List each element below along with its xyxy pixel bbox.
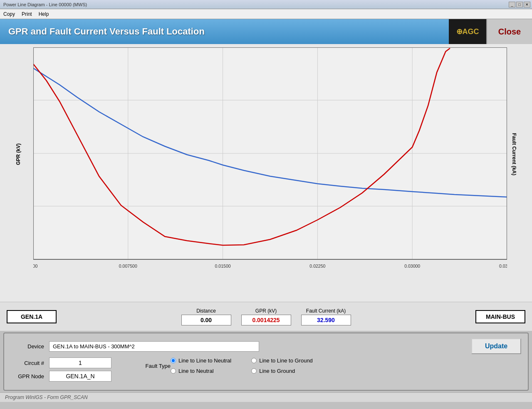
svg-text:0.02250: 0.02250 [309,264,325,269]
fault-current-value: 32.590 [301,315,351,325]
distance-value: 0.00 [181,315,231,325]
svg-text:0.01500: 0.01500 [215,264,231,269]
update-button[interactable]: Update [471,338,521,354]
info-row: GEN.1A Distance 0.00 GPR (kV) 0.0014225 … [0,302,532,331]
bottom-panel: Device Update Circuit # GPR Node Fault T… [3,333,529,391]
logo: ⊕AGC [449,19,486,44]
gpr-label: GPR (kV) [255,308,277,314]
svg-text:0.00: 0.00 [33,264,38,269]
close-button[interactable]: Close [486,19,532,44]
fault-type-options: Line to Line to Neutral Line to Neutral … [171,357,313,374]
fault-line-to-neutral[interactable]: Line to Neutral [171,368,231,374]
header: GPR and Fault Current Versus Fault Locat… [0,19,532,44]
gpr-value: 0.0014225 [241,315,291,325]
distance-col: Distance 0.00 [181,308,231,325]
fault-line-to-line-ground[interactable]: Line to Line to Ground [251,357,313,364]
device-row: Device Update [11,338,521,354]
distance-label: Distance [196,308,216,314]
status-text: Program WinIGS - Form GPR_SCAN [5,394,88,400]
menu-help[interactable]: Help [39,11,49,17]
circuit-label: Circuit # [11,360,44,366]
y-axis-right-label: Fault Current (kA) [511,133,517,175]
chart-inner: GPR (kV) Fault Current (kA) 0.0015 0.001… [33,47,507,288]
close-window-button[interactable]: ✕ [524,2,530,7]
right-node-box: MAIN-BUS [475,310,525,323]
page-title: GPR and Fault Current Versus Fault Locat… [8,26,205,37]
window-controls[interactable]: _ □ ✕ [509,2,530,7]
data-group: Distance 0.00 GPR (kV) 0.0014225 Fault C… [82,308,450,325]
svg-text:Distance from GEN.1A (miles): Distance from GEN.1A (miles) [239,271,301,272]
menu-print[interactable]: Print [22,11,32,17]
label-line-to-ground: Line to Ground [259,368,295,374]
radio-line-to-ground[interactable] [251,368,257,374]
device-input[interactable] [49,341,259,352]
label-line-to-line-ground: Line to Line to Ground [259,357,313,364]
fault-current-label: Fault Current (kA) [306,308,346,314]
gpr-node-input[interactable] [49,371,111,382]
minimize-button[interactable]: _ [509,2,515,7]
maximize-button[interactable]: □ [516,2,523,7]
menu-bar: Copy Print Help [0,9,532,19]
y-axis-left-label: GPR (kV) [15,143,21,165]
radio-line-to-neutral[interactable] [171,368,176,374]
fault-line-to-line-neutral[interactable]: Line to Line to Neutral [171,357,231,364]
svg-text:0.007500: 0.007500 [119,264,137,269]
radio-line-to-line-ground[interactable] [251,358,257,363]
window-chrome: Power Line Diagram - Line 00000 (MWS) _ … [0,0,532,9]
menu-copy[interactable]: Copy [3,11,15,17]
gpr-col: GPR (kV) 0.0014225 [241,308,291,325]
status-bar: Program WinIGS - Form GPR_SCAN [0,392,532,402]
fault-current-col: Fault Current (kA) 32.590 [301,308,351,325]
header-right: ⊕AGC Close [449,19,532,44]
circuit-fault-row: Circuit # GPR Node Fault Type Line to Li… [11,357,521,382]
svg-text:0.03000: 0.03000 [404,264,420,269]
chart-container: GPR (kV) Fault Current (kA) 0.0015 0.001… [0,44,532,302]
label-line-to-neutral: Line to Neutral [178,368,214,374]
left-node-box: GEN.1A [7,310,57,323]
label-line-to-line-neutral: Line to Line to Neutral [178,357,231,364]
fault-line-to-ground[interactable]: Line to Ground [251,368,313,374]
circuit-input[interactable] [49,357,111,368]
window-title: Power Line Diagram - Line 00000 (MWS) [3,2,87,7]
gpr-node-label: GPR Node [11,373,44,379]
device-label: Device [11,343,44,350]
svg-text:0.03750: 0.03750 [499,264,507,269]
fault-type-label: Fault Type [133,363,171,369]
chart-svg: 0.0015 0.0014 0.0013 0.0012 0.0011 35.0 … [33,47,507,272]
radio-line-to-line-neutral[interactable] [171,358,176,363]
